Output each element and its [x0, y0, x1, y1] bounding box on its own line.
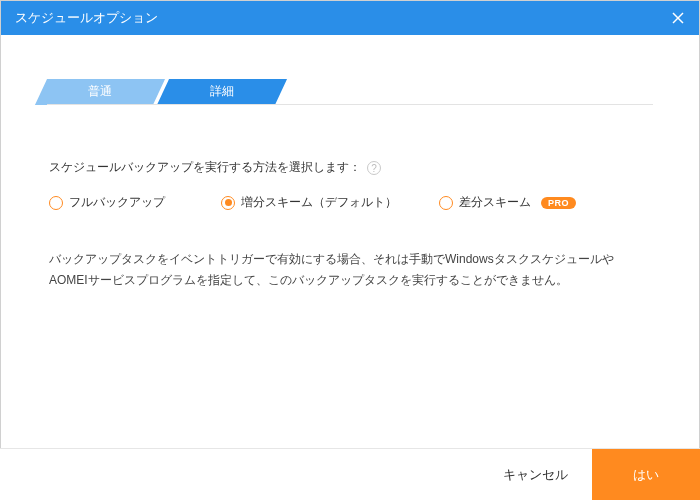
close-button[interactable]	[669, 9, 687, 27]
tab-general-label: 普通	[88, 84, 112, 98]
dialog-content: 普通 詳細 スケジュールバックアップを実行する方法を選択します： ? フルバック…	[1, 35, 699, 291]
radio-icon	[49, 196, 63, 210]
window-title: スケジュールオプション	[15, 9, 158, 27]
tab-bar: 普通 詳細	[47, 79, 653, 105]
radio-full-label: フルバックアップ	[69, 194, 165, 211]
tab-general[interactable]: 普通	[41, 79, 159, 105]
backup-scheme-group: フルバックアップ 増分スキーム（デフォルト） 差分スキーム PRO	[49, 194, 653, 211]
dialog-footer: キャンセル はい	[0, 448, 700, 500]
description-text: バックアップタスクをイベントトリガーで有効にする場合、それは手動でWindows…	[49, 249, 651, 291]
titlebar: スケジュールオプション	[1, 1, 699, 35]
section-label-text: スケジュールバックアップを実行する方法を選択します：	[49, 159, 361, 176]
radio-icon	[439, 196, 453, 210]
radio-full-backup[interactable]: フルバックアップ	[49, 194, 221, 211]
radio-icon-selected	[221, 196, 235, 210]
radio-incremental[interactable]: 増分スキーム（デフォルト）	[221, 194, 439, 211]
radio-differential[interactable]: 差分スキーム PRO	[439, 194, 576, 211]
pro-badge: PRO	[541, 197, 576, 209]
ok-button[interactable]: はい	[592, 449, 700, 501]
tab-advanced-label: 詳細	[210, 84, 234, 98]
help-icon[interactable]: ?	[367, 161, 381, 175]
section-label: スケジュールバックアップを実行する方法を選択します： ?	[49, 159, 653, 176]
tab-advanced[interactable]: 詳細	[163, 79, 281, 105]
cancel-button[interactable]: キャンセル	[479, 449, 592, 501]
close-icon	[672, 12, 684, 24]
radio-differential-label: 差分スキーム	[459, 194, 531, 211]
radio-incremental-label: 増分スキーム（デフォルト）	[241, 194, 397, 211]
